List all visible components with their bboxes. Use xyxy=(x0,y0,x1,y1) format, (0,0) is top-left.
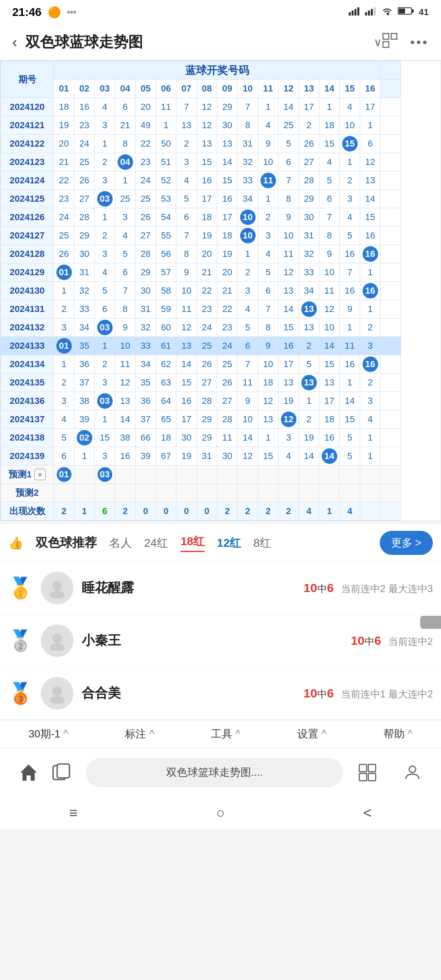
num-cell: 52 xyxy=(156,172,176,190)
num-cell: 6 xyxy=(95,300,115,318)
count-cell: 0 xyxy=(197,502,217,521)
num-cell: 8 xyxy=(278,190,299,208)
more-button[interactable]: 更多 > xyxy=(380,531,433,555)
num-cell: 27 xyxy=(217,392,238,410)
num-cell: 20 xyxy=(136,98,156,116)
num-cell: 5 xyxy=(299,355,319,374)
num-cell: 4 xyxy=(54,410,74,429)
expand-icon[interactable] xyxy=(382,33,398,52)
num-cell: 27 xyxy=(74,190,95,208)
address-bar[interactable]: 双色球篮球走势图.... xyxy=(86,758,343,787)
toolbar-help-label: 帮助 ^ xyxy=(383,727,412,741)
grid-nav-button[interactable] xyxy=(351,756,384,789)
num-cell: 01 xyxy=(54,337,74,355)
num-cell: 13 xyxy=(258,410,278,429)
svg-rect-23 xyxy=(368,764,376,772)
more-options-icon[interactable]: ••• xyxy=(410,35,429,50)
predict-cell xyxy=(258,484,278,502)
num-cell: 17 xyxy=(197,190,217,208)
num-cell: 4 xyxy=(278,447,299,466)
hide-rec-button[interactable]: 隐藏推荐 xyxy=(420,616,441,629)
nav-bar: ‹ 双色球蓝球走势图 ∨ ••• xyxy=(0,24,441,60)
num-cell: 14 xyxy=(176,355,197,374)
tab-24red[interactable]: 24红 xyxy=(144,535,168,551)
expert-item-1[interactable]: 🥇 睡花醒露 10中6 当前连中2 最大连中3 xyxy=(0,562,441,615)
num-cell: 23 xyxy=(136,153,156,172)
num-cell: 24 xyxy=(74,135,95,153)
tab-celebrity[interactable]: 名人 xyxy=(109,535,132,551)
num-cell: 30 xyxy=(217,447,238,466)
num-cell: 1 xyxy=(95,410,115,429)
toolbar-tools[interactable]: 工具 ^ xyxy=(211,727,240,741)
num-cell: 31 xyxy=(299,227,319,245)
home-nav-button[interactable] xyxy=(12,756,45,789)
num-cell: 15 xyxy=(340,135,360,153)
num-cell: 10 xyxy=(238,208,258,227)
predict-cell xyxy=(115,466,136,484)
num-cell: 60 xyxy=(156,318,176,337)
count-cell: 0 xyxy=(136,502,156,521)
toolbar-30period[interactable]: 30期-1 ^ xyxy=(29,727,68,741)
expert-item-2[interactable]: 🥈 小秦王 10中6 当前连中2 xyxy=(0,615,441,667)
num-cell: 24 xyxy=(54,208,74,227)
num-cell: 34 xyxy=(299,282,319,300)
num-cell: 16 xyxy=(360,227,381,245)
num-cell: 9 xyxy=(278,208,299,227)
num-cell: 21 xyxy=(217,282,238,300)
predict-cell xyxy=(217,466,238,484)
tab-18red[interactable]: 18红 xyxy=(180,534,205,552)
num-cell: 24 xyxy=(217,337,238,355)
tab-8red[interactable]: 8红 xyxy=(253,535,271,551)
home-sys-button[interactable]: ○ xyxy=(216,804,225,822)
toolbar-help[interactable]: 帮助 ^ xyxy=(383,727,412,741)
toolbar-settings[interactable]: 设置 ^ xyxy=(297,727,326,741)
col-14: 14 xyxy=(319,80,340,98)
svg-point-17 xyxy=(50,644,65,651)
num-cell: 8 xyxy=(115,135,136,153)
num-cell: 2 xyxy=(95,355,115,374)
num-cell: 4 xyxy=(258,245,278,263)
expert-stats-3: 10中6 当前连中1 最大连中2 xyxy=(303,686,433,701)
num-cell: 28 xyxy=(136,245,156,263)
back-sys-button[interactable]: < xyxy=(363,804,372,822)
profile-nav-button[interactable] xyxy=(396,756,429,789)
expert-item-3[interactable]: 🥉 合合美 10中6 当前连中1 最大连中2 xyxy=(0,667,441,720)
menu-sys-button[interactable]: ≡ xyxy=(69,804,78,822)
toolbar-mark[interactable]: 标注 ^ xyxy=(125,727,154,741)
num-cell: 15 xyxy=(197,153,217,172)
col-09: 09 xyxy=(217,80,238,98)
tabs-nav-button[interactable] xyxy=(45,756,78,789)
num-cell: 7 xyxy=(278,172,299,190)
expert-name-3: 合合美 xyxy=(82,684,295,702)
num-cell: 2 xyxy=(95,153,115,172)
num-cell: 34 xyxy=(238,190,258,208)
num-cell: 6 xyxy=(238,337,258,355)
count-cell: 1 xyxy=(74,502,95,521)
dots-icon: ••• xyxy=(67,7,76,18)
num-cell: 10 xyxy=(319,318,340,337)
predict-cell xyxy=(136,466,156,484)
num-cell: 29 xyxy=(136,263,156,282)
dropdown-button[interactable]: ∨ xyxy=(374,36,382,49)
num-cell: 20 xyxy=(197,245,217,263)
predict-cell xyxy=(176,484,197,502)
num-cell: 11 xyxy=(238,374,258,392)
avatar-3 xyxy=(41,677,74,710)
num-cell: 12 xyxy=(360,153,381,172)
predict-cell xyxy=(176,466,197,484)
period-cell: 2024128 xyxy=(1,245,54,263)
col-06: 06 xyxy=(156,80,176,98)
num-cell: 3 xyxy=(340,190,360,208)
svg-rect-2 xyxy=(354,9,356,16)
col-16: 16 xyxy=(360,80,381,98)
count-cell: 2 xyxy=(54,502,74,521)
num-cell: 21 xyxy=(54,153,74,172)
num-cell: 1 xyxy=(340,153,360,172)
num-cell: 14 xyxy=(299,447,319,466)
tab-12red[interactable]: 12红 xyxy=(217,535,241,551)
num-cell: 7 xyxy=(115,282,136,300)
num-cell: 21 xyxy=(197,263,217,282)
back-button[interactable]: ‹ xyxy=(12,34,17,51)
avatar-2 xyxy=(41,624,74,657)
svg-rect-3 xyxy=(357,7,359,16)
